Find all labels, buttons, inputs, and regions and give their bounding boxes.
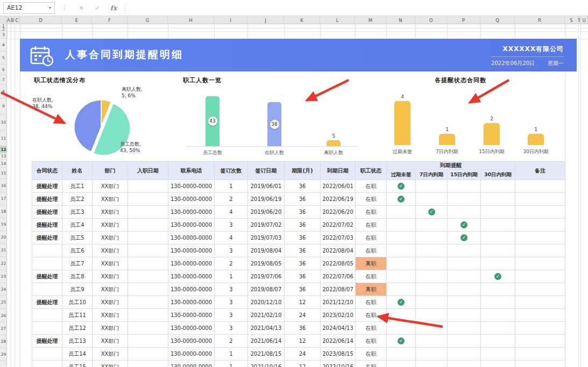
cell-dept[interactable]: XX部门 (93, 348, 128, 361)
cell-reminder-3[interactable] (481, 193, 515, 206)
col-header-notes[interactable]: 备注 (515, 162, 565, 180)
cell-phone[interactable]: 130-0000-0000 (168, 180, 215, 193)
cell-name[interactable]: 员工1 (62, 180, 93, 193)
cell-reminder-2[interactable] (448, 257, 481, 270)
cell-contract-status[interactable] (32, 244, 62, 257)
column-header-G[interactable]: G (127, 16, 168, 24)
cell-expire-date[interactable]: 2022/08/04 (321, 244, 356, 257)
cell-reminder-1[interactable] (416, 348, 448, 361)
row-header-15[interactable]: 15 (0, 168, 7, 179)
cell-reminder-3[interactable] (481, 309, 515, 322)
cell-sign-date[interactable]: 2019/08/07 (248, 283, 285, 296)
row-header-23[interactable]: 23 (0, 270, 7, 283)
col-header-phone[interactable]: 联系电话 (168, 162, 215, 180)
cell-sign-count[interactable]: 4 (215, 206, 248, 219)
cell-name[interactable]: 员工3 (62, 206, 93, 219)
cell-contract-status[interactable]: 提醒处理 (32, 335, 62, 348)
cell-expire-date[interactable]: 2022/06/14 (321, 335, 356, 348)
cell-contract-status[interactable]: 提醒处理 (32, 232, 62, 244)
headcount-bar-chart[interactable]: 职工人数一览 43员工总数38在职人数5离职人数 (183, 75, 360, 160)
cell-reminder-2[interactable]: ✓ (448, 232, 481, 244)
cell-reminder-1[interactable] (416, 257, 448, 270)
cell-state[interactable]: 在职 (356, 232, 387, 244)
row-header-4[interactable]: 4 (0, 39, 7, 52)
cell-dept[interactable]: XX部门 (93, 257, 128, 270)
cell-reminder-2[interactable] (448, 283, 481, 296)
cell-contract-status[interactable] (32, 348, 62, 361)
cell-name[interactable]: 员工5 (62, 232, 93, 244)
cell-reminder-0[interactable] (387, 244, 416, 257)
cell-reminder-3[interactable] (481, 257, 515, 270)
cell-reminder-3[interactable] (481, 296, 515, 309)
cell-state[interactable]: 离职 (356, 283, 387, 296)
cell-contract-status[interactable]: 提醒处理 (32, 270, 62, 283)
cell-notes[interactable] (515, 219, 565, 232)
cell-term[interactable]: 36 (285, 257, 321, 270)
cell-reminder-3[interactable] (481, 206, 515, 219)
cell-reminder-1[interactable] (416, 270, 448, 283)
cell-reminder-0[interactable] (387, 361, 416, 367)
col-header-expire-date[interactable]: 到期日期 (321, 162, 356, 180)
col-header-sign-date[interactable]: 签订日期 (248, 162, 285, 180)
cell-sign-count[interactable]: 4 (215, 232, 248, 244)
cell-join-date[interactable] (128, 206, 168, 219)
cell-name[interactable]: 员工7 (62, 257, 93, 270)
cell-reminder-2[interactable] (448, 322, 481, 335)
cell-term[interactable]: 36 (285, 193, 321, 206)
cell-sign-count[interactable]: 3 (215, 283, 248, 296)
cell-contract-status[interactable]: 提醒处理 (32, 296, 62, 309)
cell-notes[interactable] (515, 270, 565, 283)
cell-reminder-3[interactable] (481, 180, 515, 193)
cell-join-date[interactable] (128, 361, 168, 367)
col-header-name[interactable]: 姓名 (62, 162, 93, 180)
cell-sign-count[interactable]: 3 (215, 296, 248, 309)
cell-expire-date[interactable]: 2022/07/03 (321, 232, 356, 244)
cell-expire-date[interactable]: 2022/06/20 (321, 206, 356, 219)
cell-reminder-3[interactable] (481, 348, 515, 361)
row-header-10[interactable]: 10 (0, 114, 7, 131)
row-header-16[interactable]: 16 (0, 179, 7, 192)
cell-dept[interactable]: XX部门 (93, 244, 128, 257)
column-header-A[interactable]: A (7, 16, 11, 24)
cell-reminder-3[interactable] (481, 361, 515, 367)
cell-phone[interactable]: 130-0000-0000 (168, 283, 215, 296)
cell-reminder-1[interactable] (416, 322, 448, 335)
column-header-K[interactable]: K (284, 16, 320, 24)
cell-sign-date[interactable]: 2019/07/03 (248, 232, 285, 244)
status-pie-chart[interactable]: 职工状态情况分布 在职人数,38, 44% 离职人数,5, 6% 员工总数,43… (22, 75, 183, 160)
cell-contract-status[interactable]: 提醒处理 (32, 219, 62, 232)
cell-join-date[interactable] (128, 335, 168, 348)
cell-expire-date[interactable]: 2022/06/19 (321, 193, 356, 206)
row-header-17[interactable]: 17 (0, 192, 7, 205)
cell-name[interactable]: 员工14 (62, 348, 93, 361)
cell-notes[interactable] (515, 257, 565, 270)
cell-expire-date[interactable]: 2023/08/15 (321, 348, 356, 361)
cell-notes[interactable] (515, 348, 565, 361)
cell-dept[interactable]: XX部门 (93, 232, 128, 244)
cell-expire-date[interactable]: 2022/08/07 (321, 283, 356, 296)
cell-phone[interactable]: 130-0000-0000 (168, 296, 215, 309)
cell-sign-count[interactable]: 1 (215, 348, 248, 361)
cell-name[interactable]: 员工2 (62, 193, 93, 206)
cell-sign-date[interactable]: 2019/06/01 (248, 180, 285, 193)
cell-reminder-2[interactable] (448, 206, 481, 219)
column-header-U[interactable]: U (580, 16, 588, 24)
cell-sign-date[interactable]: 2021/06/14 (248, 335, 285, 348)
row-header-8[interactable]: 8 (0, 85, 7, 98)
cell-term[interactable]: 12 (285, 296, 321, 309)
cell-term[interactable]: 36 (285, 180, 321, 193)
cell-reminder-1[interactable] (416, 180, 448, 193)
cell-reminder-0[interactable]: ✓ (387, 335, 416, 348)
row-header-7[interactable]: 7 (0, 75, 7, 85)
cell-reminder-1[interactable]: ✓ (416, 206, 448, 219)
cell-phone[interactable]: 130-0000-0000 (168, 361, 215, 367)
row-header-26[interactable]: 26 (0, 309, 7, 322)
column-header-N[interactable]: N (386, 16, 415, 24)
cell-name[interactable]: 员工9 (62, 283, 93, 296)
col-header-reminder-15d[interactable]: 15日内到期 (448, 170, 481, 180)
cell-phone[interactable]: 130-0000-0000 (168, 232, 215, 244)
formula-input[interactable] (125, 2, 588, 14)
cell-reminder-2[interactable] (448, 180, 481, 193)
cell-notes[interactable] (515, 244, 565, 257)
cell-reminder-1[interactable] (416, 335, 448, 348)
